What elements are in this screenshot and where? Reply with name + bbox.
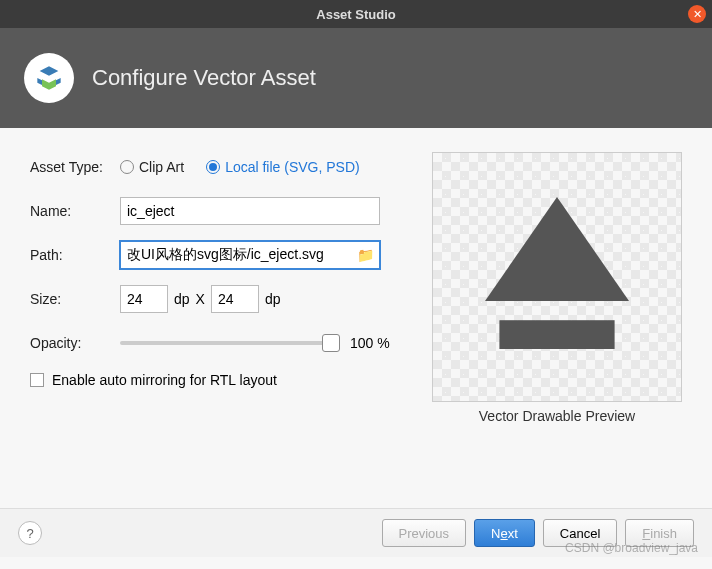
window-title: Asset Studio <box>316 7 395 22</box>
content: Asset Type: Clip Art Local file (SVG, PS… <box>0 128 712 436</box>
size-x: X <box>196 291 205 307</box>
cancel-button[interactable]: Cancel <box>543 519 617 547</box>
page-title: Configure Vector Asset <box>92 65 316 91</box>
svg-marker-0 <box>485 197 629 301</box>
radio-icon <box>206 160 220 174</box>
help-button[interactable]: ? <box>18 521 42 545</box>
radio-label: Clip Art <box>139 159 184 175</box>
slider-thumb-icon[interactable] <box>322 334 340 352</box>
previous-button[interactable]: Previous <box>382 519 467 547</box>
name-row: Name: <box>30 196 402 226</box>
folder-icon[interactable]: 📁 <box>357 247 374 263</box>
asset-type-radio-group: Clip Art Local file (SVG, PSD) <box>120 159 360 175</box>
opacity-value: 100 % <box>350 335 390 351</box>
help-icon: ? <box>26 526 33 541</box>
asset-type-row: Asset Type: Clip Art Local file (SVG, PS… <box>30 152 402 182</box>
size-label: Size: <box>30 291 120 307</box>
preview-canvas <box>432 152 682 402</box>
rtl-checkbox[interactable] <box>30 373 44 387</box>
radio-label: Local file (SVG, PSD) <box>225 159 360 175</box>
button-bar: ? Previous Next Cancel Finish <box>0 508 712 557</box>
path-label: Path: <box>30 247 120 263</box>
close-button[interactable]: ✕ <box>688 5 706 23</box>
radio-local-file[interactable]: Local file (SVG, PSD) <box>206 159 360 175</box>
size-unit-w: dp <box>174 291 190 307</box>
finish-button[interactable]: Finish <box>625 519 694 547</box>
next-button[interactable]: Next <box>474 519 535 547</box>
asset-type-label: Asset Type: <box>30 159 120 175</box>
opacity-slider[interactable] <box>120 333 340 353</box>
name-label: Name: <box>30 203 120 219</box>
close-icon: ✕ <box>693 8 702 21</box>
size-unit-h: dp <box>265 291 281 307</box>
app-icon <box>24 53 74 103</box>
preview-panel: Vector Drawable Preview <box>432 152 682 424</box>
radio-clip-art[interactable]: Clip Art <box>120 159 184 175</box>
rtl-row: Enable auto mirroring for RTL layout <box>30 372 402 388</box>
opacity-label: Opacity: <box>30 335 120 351</box>
opacity-row: Opacity: 100 % <box>30 328 402 358</box>
svg-rect-1 <box>499 320 614 349</box>
preview-caption: Vector Drawable Preview <box>432 408 682 424</box>
path-input[interactable] <box>120 241 380 269</box>
titlebar: Asset Studio ✕ <box>0 0 712 28</box>
path-row: Path: 📁 <box>30 240 402 270</box>
form-panel: Asset Type: Clip Art Local file (SVG, PS… <box>30 152 402 424</box>
eject-icon <box>477 187 637 367</box>
width-input[interactable] <box>120 285 168 313</box>
radio-icon <box>120 160 134 174</box>
header: Configure Vector Asset <box>0 28 712 128</box>
size-row: Size: dp X dp <box>30 284 402 314</box>
height-input[interactable] <box>211 285 259 313</box>
name-input[interactable] <box>120 197 380 225</box>
rtl-label: Enable auto mirroring for RTL layout <box>52 372 277 388</box>
